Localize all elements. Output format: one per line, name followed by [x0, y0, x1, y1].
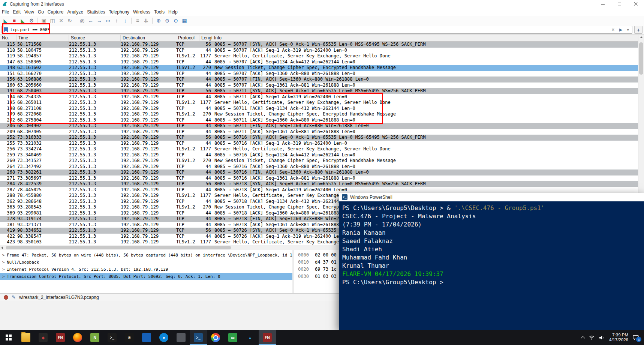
- stop-capture-icon[interactable]: ■: [10, 16, 18, 24]
- detail-line-1[interactable]: >Frame 47: Packet, 56 bytes on wire (448…: [0, 252, 292, 259]
- menu-statistics[interactable]: Statistics: [85, 8, 107, 16]
- filter-dropdown-icon[interactable]: ▾: [626, 27, 630, 32]
- scroll-up-icon[interactable]: [640, 36, 643, 38]
- menu-telephony[interactable]: Telephony: [107, 8, 131, 16]
- powershell-output[interactable]: PS C:\Users\Group5\Desktop > & '.\CSEC.4…: [339, 201, 644, 330]
- menu-analyze[interactable]: Analyze: [66, 8, 85, 16]
- packet-row-252[interactable]: 25273.316333212.55.1.3192.168.79.129TCP5…: [0, 135, 644, 141]
- filter-add-button[interactable]: +: [634, 26, 643, 34]
- menu-file[interactable]: File: [0, 8, 11, 16]
- column-header-destination[interactable]: Destination: [121, 35, 176, 41]
- packet-row-148[interactable]: 14863.161602212.55.1.3192.168.79.129TLSv…: [0, 65, 644, 71]
- go-to-packet-icon[interactable]: ↦: [104, 16, 112, 24]
- reload-file-icon[interactable]: ↻: [66, 16, 74, 24]
- powershell-titlebar[interactable]: Windows PowerShell: [339, 193, 644, 201]
- taskbar-chrome[interactable]: [207, 330, 224, 345]
- action-center-button[interactable]: 3: [633, 335, 639, 340]
- menu-wireless[interactable]: Wireless: [131, 8, 152, 16]
- expander-icon[interactable]: >: [0, 259, 7, 266]
- taskbar-remote-desktop[interactable]: ▭: [224, 330, 241, 345]
- go-forward-icon[interactable]: →: [95, 16, 103, 24]
- network-icon[interactable]: [589, 335, 595, 340]
- taskbar-edge[interactable]: e: [155, 330, 172, 345]
- taskbar-powershell[interactable]: >_: [190, 330, 207, 345]
- column-header-protocol[interactable]: Protocol: [176, 35, 199, 41]
- taskbar-fakenet-2[interactable]: FN: [259, 330, 276, 345]
- expander-icon[interactable]: >: [0, 252, 7, 259]
- packet-row-287[interactable]: 28778.445025212.55.1.3192.168.79.129TCP4…: [0, 187, 644, 193]
- open-file-icon[interactable]: ▣: [40, 16, 48, 24]
- menu-edit[interactable]: Edit: [11, 8, 22, 16]
- packet-row-259[interactable]: 25973.340469212.55.1.3192.168.79.129TCP4…: [0, 152, 644, 158]
- autoscroll-icon[interactable]: ⇊: [142, 16, 150, 24]
- packet-row-209[interactable]: 20968.307405212.55.1.3192.168.79.129TCP4…: [0, 129, 644, 135]
- filter-clear-icon[interactable]: ✕: [610, 27, 616, 32]
- menu-capture[interactable]: Capture: [46, 8, 66, 16]
- detail-line-4[interactable]: >Transmission Control Protocol, Src Port…: [0, 273, 292, 280]
- start-capture-icon[interactable]: ◣: [1, 16, 10, 24]
- taskbar-command-prompt[interactable]: >_: [103, 330, 121, 345]
- restart-capture-icon[interactable]: ◣: [19, 16, 27, 24]
- zoom-out-icon[interactable]: ⊖: [163, 16, 171, 24]
- find-packet-icon[interactable]: ◎: [78, 16, 86, 24]
- menu-view[interactable]: View: [22, 8, 36, 16]
- packet-row-115[interactable]: 11558.171568212.55.1.3192.168.79.129TCP5…: [0, 42, 644, 48]
- taskbar-spider-tool[interactable]: ✳: [121, 330, 138, 345]
- column-header-source[interactable]: Source: [69, 35, 121, 41]
- column-header-length[interactable]: Length: [199, 35, 212, 41]
- maximize-button[interactable]: [611, 0, 628, 8]
- go-first-icon[interactable]: ↑: [112, 16, 121, 24]
- packet-row-202[interactable]: 20268.275804212.55.1.3192.168.79.129TCP4…: [0, 117, 644, 123]
- detail-line-2[interactable]: >Null/Loopback: [0, 259, 292, 266]
- filter-apply-icon[interactable]: ▶: [618, 27, 623, 32]
- packet-row-118[interactable]: 11858.180475212.55.1.3192.168.79.129TCP4…: [0, 48, 644, 54]
- taskbar-clock[interactable]: 7:39 PM 4/17/2026: [609, 333, 628, 342]
- expert-info-icon[interactable]: [4, 295, 8, 300]
- packet-row-151[interactable]: 15163.166270212.55.1.3192.168.79.129TCP4…: [0, 71, 644, 77]
- column-header-info[interactable]: Info: [212, 35, 644, 41]
- horizontal-scrollbar-thumb[interactable]: [6, 246, 231, 249]
- taskbar-analysis-tool[interactable]: ◆: [34, 330, 52, 345]
- scroll-left-icon[interactable]: [1, 246, 3, 249]
- packet-row-260[interactable]: 26073.341527212.55.1.3192.168.79.129TLSv…: [0, 158, 644, 164]
- close-button[interactable]: [628, 0, 644, 8]
- display-filter-input[interactable]: tcp.port == 8085 ✕ ▶ ▾: [1, 26, 632, 34]
- taskbar-file-explorer[interactable]: [17, 330, 34, 345]
- taskbar-blue-app[interactable]: [138, 330, 155, 345]
- minimize-button[interactable]: [595, 0, 611, 8]
- capture-options-icon[interactable]: ⚙: [27, 16, 36, 24]
- packet-row-147[interactable]: 14763.158305212.55.1.3192.168.79.129TCP4…: [0, 59, 644, 65]
- packet-row-199[interactable]: 19968.272068212.55.1.3192.168.79.129TLSv…: [0, 111, 644, 117]
- packet-row-160[interactable]: 16063.205660212.55.1.3192.168.79.129TCP4…: [0, 82, 644, 88]
- zoom-in-icon[interactable]: ⊕: [154, 16, 163, 24]
- capture-comment-icon[interactable]: ✎: [12, 294, 16, 300]
- go-last-icon[interactable]: ↓: [121, 16, 129, 24]
- taskbar-gray-app[interactable]: [172, 330, 190, 345]
- filter-bookmark-icon[interactable]: [4, 27, 8, 33]
- packet-row-255[interactable]: 25573.321032212.55.1.3192.168.79.129TCP4…: [0, 141, 644, 147]
- resize-columns-icon[interactable]: ▦: [180, 16, 189, 24]
- volume-icon[interactable]: [599, 335, 605, 340]
- menu-go[interactable]: Go: [36, 8, 46, 16]
- expander-icon[interactable]: >: [0, 273, 7, 280]
- menu-help[interactable]: Help: [166, 8, 180, 16]
- colorize-icon[interactable]: ≡: [133, 16, 142, 24]
- close-file-icon[interactable]: ✕: [57, 16, 65, 24]
- column-header-time[interactable]: Time: [16, 35, 69, 41]
- hidden-icons-chevron-icon[interactable]: [581, 336, 585, 340]
- packet-row-195[interactable]: 19568.265011212.55.1.3192.168.79.129TLSv…: [0, 100, 644, 106]
- packet-row-271[interactable]: 27173.385697212.55.1.3192.168.79.129TCP4…: [0, 176, 644, 182]
- packet-row-198[interactable]: 19868.271108212.55.1.3192.168.79.129TCP4…: [0, 106, 644, 112]
- taskbar-fakenet[interactable]: FN: [52, 330, 69, 345]
- vertical-scrollbar-thumb[interactable]: [639, 42, 643, 75]
- packet-row-191[interactable]: 19168.250403212.55.1.3192.168.79.129TCP5…: [0, 88, 644, 94]
- go-back-icon[interactable]: ←: [87, 16, 95, 24]
- packet-row-194[interactable]: 19468.254335212.55.1.3192.168.79.129TCP4…: [0, 94, 644, 100]
- column-header-no[interactable]: No.: [0, 35, 16, 41]
- taskbar-firefox[interactable]: [69, 330, 86, 345]
- packet-row-284[interactable]: 28478.422539212.55.1.3192.168.79.129TCP5…: [0, 181, 644, 187]
- packet-row-268[interactable]: 26873.382261212.55.1.3192.168.79.129TCP4…: [0, 170, 644, 176]
- menu-tools[interactable]: Tools: [152, 8, 166, 16]
- packet-row-256[interactable]: 25673.334274212.55.1.3192.168.79.129TLSv…: [0, 146, 644, 152]
- zoom-reset-icon[interactable]: ⊙: [172, 16, 180, 24]
